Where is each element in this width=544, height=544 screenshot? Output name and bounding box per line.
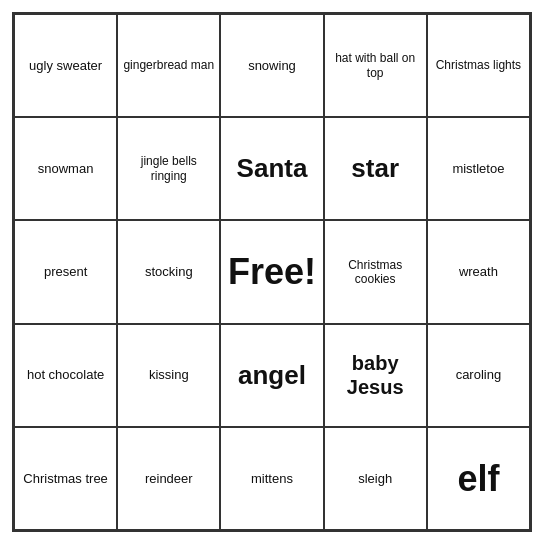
bingo-cell-r3c0: hot chocolate <box>14 324 117 427</box>
cell-label: Free! <box>228 250 316 293</box>
cell-label: hot chocolate <box>27 367 104 383</box>
bingo-cell-r0c4: Christmas lights <box>427 14 530 117</box>
cell-label: mistletoe <box>452 161 504 177</box>
bingo-board: ugly sweatergingerbread mansnowinghat wi… <box>12 12 532 532</box>
bingo-cell-r1c2: Santa <box>220 117 323 220</box>
cell-label: elf <box>457 457 499 500</box>
cell-label: star <box>351 153 399 184</box>
cell-label: snowman <box>38 161 94 177</box>
bingo-cell-r0c0: ugly sweater <box>14 14 117 117</box>
bingo-cell-r3c4: caroling <box>427 324 530 427</box>
bingo-cell-r0c1: gingerbread man <box>117 14 220 117</box>
bingo-cell-r4c3: sleigh <box>324 427 427 530</box>
bingo-cell-r1c3: star <box>324 117 427 220</box>
bingo-cell-r3c1: kissing <box>117 324 220 427</box>
cell-label: hat with ball on top <box>329 51 422 80</box>
bingo-cell-r2c3: Christmas cookies <box>324 220 427 323</box>
bingo-cell-r2c2: Free! <box>220 220 323 323</box>
bingo-cell-r3c2: angel <box>220 324 323 427</box>
bingo-cell-r1c0: snowman <box>14 117 117 220</box>
cell-label: wreath <box>459 264 498 280</box>
cell-label: jingle bells ringing <box>122 154 215 183</box>
cell-label: Christmas tree <box>23 471 108 487</box>
bingo-cell-r1c1: jingle bells ringing <box>117 117 220 220</box>
cell-label: caroling <box>456 367 502 383</box>
bingo-cell-r4c1: reindeer <box>117 427 220 530</box>
cell-label: sleigh <box>358 471 392 487</box>
bingo-cell-r4c4: elf <box>427 427 530 530</box>
cell-label: angel <box>238 360 306 391</box>
cell-label: mittens <box>251 471 293 487</box>
cell-label: present <box>44 264 87 280</box>
bingo-cell-r2c1: stocking <box>117 220 220 323</box>
bingo-cell-r4c2: mittens <box>220 427 323 530</box>
bingo-cell-r0c3: hat with ball on top <box>324 14 427 117</box>
cell-label: Christmas lights <box>436 58 521 72</box>
cell-label: baby Jesus <box>329 351 422 399</box>
cell-label: ugly sweater <box>29 58 102 74</box>
bingo-cell-r0c2: snowing <box>220 14 323 117</box>
cell-label: Santa <box>237 153 308 184</box>
cell-label: gingerbread man <box>123 58 214 72</box>
cell-label: Christmas cookies <box>329 258 422 287</box>
bingo-cell-r3c3: baby Jesus <box>324 324 427 427</box>
cell-label: stocking <box>145 264 193 280</box>
bingo-cell-r2c4: wreath <box>427 220 530 323</box>
cell-label: snowing <box>248 58 296 74</box>
bingo-cell-r1c4: mistletoe <box>427 117 530 220</box>
cell-label: kissing <box>149 367 189 383</box>
cell-label: reindeer <box>145 471 193 487</box>
bingo-cell-r2c0: present <box>14 220 117 323</box>
bingo-cell-r4c0: Christmas tree <box>14 427 117 530</box>
